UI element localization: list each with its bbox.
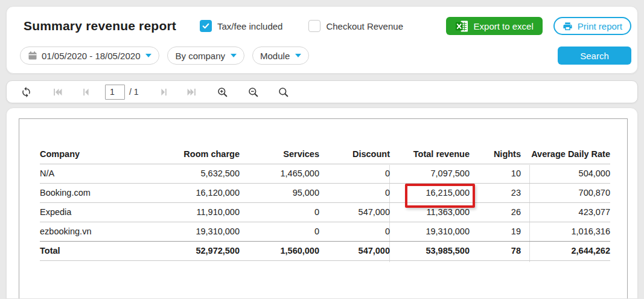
header-card: Summary revenue report Tax/fee included … [6,6,638,74]
group-by-dropdown[interactable]: By company [167,47,244,65]
find-in-report-button[interactable] [276,85,291,99]
cell-company: N/A [40,164,161,183]
col-header-company: Company [40,144,161,164]
report-page: Company Room charge Services Discount To… [19,118,628,299]
header-row-2: 01/05/2020 - 18/05/2020 By company Modul… [20,47,631,65]
total-label: Total [40,241,161,260]
last-page-icon [187,87,197,97]
revenue-table: Company Room charge Services Discount To… [40,144,610,261]
refresh-button[interactable] [19,85,33,99]
cell-company: Expedia [40,202,161,222]
cell-room-charge: 5,632,500 [161,164,240,183]
search-icon [278,86,289,98]
search-button[interactable]: Search [558,47,631,65]
zoom-out-icon [247,86,259,98]
cell-discount: 0 [319,183,390,202]
report-toolbar: / 1 [6,80,638,103]
cell-company: ezbooking.vn [40,222,161,241]
cell-discount: 547,000 [319,202,390,222]
print-report-button[interactable]: Print report [553,17,631,35]
cell-nights: 10 [470,164,521,183]
highlight-rectangle [405,184,475,208]
checkmark-icon [202,22,210,30]
export-to-excel-label: Export to excel [474,21,534,31]
next-page-icon [159,87,169,97]
last-page-button[interactable] [185,85,199,99]
cell-company: Booking.com [40,183,161,202]
table-row: Booking.com 16,120,000 95,000 0 16,215,0… [40,183,610,202]
col-header-room-charge: Room charge [161,144,240,164]
cell-services: 0 [240,202,319,222]
cell-room-charge: 11,910,000 [161,202,240,222]
refresh-icon [21,86,32,98]
col-header-discount: Discount [319,144,390,164]
checkout-revenue-checkbox-group[interactable]: Checkout Revenue [308,20,403,32]
printer-icon [563,21,573,31]
cell-adr: 504,000 [521,164,610,183]
module-value: Module [260,51,290,61]
next-page-button[interactable] [157,85,171,99]
previous-page-button[interactable] [78,85,93,99]
zoom-out-button[interactable] [246,85,261,99]
tax-fee-checkbox[interactable] [200,20,212,32]
chevron-down-icon [295,54,301,57]
table-header-row: Company Room charge Services Discount To… [40,144,610,164]
cell-adr: 423,077 [521,202,610,222]
total-room-charge: 52,972,500 [161,241,240,260]
first-page-icon [53,87,63,97]
chevron-down-icon [231,54,237,57]
date-range-value: 01/05/2020 - 18/05/2020 [42,51,140,61]
cell-services: 1,465,000 [240,164,319,183]
table-total-row: Total 52,972,500 1,560,000 547,000 53,98… [40,241,610,260]
export-to-excel-button[interactable]: Export to excel [446,17,543,35]
total-services: 1,560,000 [240,241,319,260]
zoom-in-icon [217,86,228,98]
header-row-1: Summary revenue report Tax/fee included … [24,17,631,35]
date-range-picker[interactable]: 01/05/2020 - 18/05/2020 [20,47,159,65]
total-nights: 78 [470,241,521,260]
excel-icon [455,20,469,33]
tax-fee-label: Tax/fee included [217,21,282,31]
col-header-nights: Nights [470,144,521,164]
cell-discount: 0 [319,222,390,241]
cell-total-revenue: 19,310,000 [390,222,470,241]
group-by-value: By company [175,51,225,61]
zoom-in-button[interactable] [215,85,230,99]
col-header-total-revenue: Total revenue [390,144,470,164]
cell-discount: 0 [319,164,390,183]
cell-services: 95,000 [240,183,319,202]
cell-nights: 19 [470,222,521,241]
table-row: Expedia 11,910,000 0 547,000 11,363,000 … [40,202,610,222]
table-row: N/A 5,632,500 1,465,000 0 7,097,500 10 5… [40,164,610,183]
module-dropdown[interactable]: Module [252,47,309,65]
col-header-services: Services [240,144,319,164]
cell-room-charge: 19,310,000 [161,222,240,241]
total-total-revenue: 53,985,500 [390,241,470,260]
first-page-button[interactable] [50,85,65,99]
page-total-label: / 1 [129,87,139,97]
total-discount: 547,000 [319,241,390,260]
page-number-input[interactable] [105,85,125,100]
cell-nights: 23 [470,183,521,202]
table-row: ezbooking.vn 19,310,000 0 0 19,310,000 1… [40,222,610,241]
cell-adr: 1,016,316 [521,222,610,241]
cell-nights: 26 [470,202,521,222]
cell-room-charge: 16,120,000 [161,183,240,202]
page-title: Summary revenue report [24,19,176,33]
checkout-revenue-checkbox[interactable] [308,20,320,32]
report-viewer: Company Room charge Services Discount To… [6,108,638,299]
screen: Summary revenue report Tax/fee included … [0,0,644,299]
checkout-revenue-label: Checkout Revenue [326,21,403,31]
tax-fee-checkbox-group[interactable]: Tax/fee included [200,20,282,32]
col-header-adr: Average Daily Rate [521,144,610,164]
cell-services: 0 [240,222,319,241]
previous-page-icon [81,87,91,97]
total-adr: 2,644,262 [521,241,610,260]
calendar-icon [28,51,37,60]
print-report-label: Print report [578,21,622,31]
cell-total-revenue: 7,097,500 [390,164,470,183]
cell-adr: 700,870 [521,183,610,202]
chevron-down-icon [145,54,151,57]
